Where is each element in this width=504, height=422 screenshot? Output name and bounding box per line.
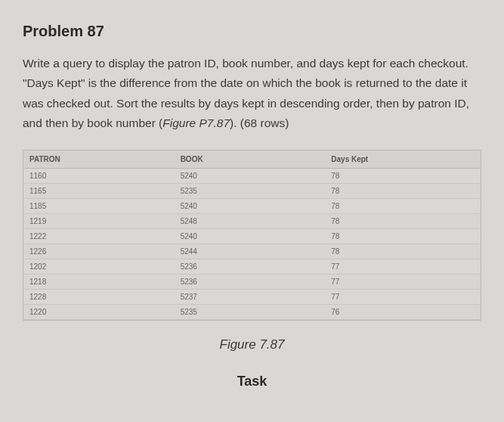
cell-book: 5236 [175,275,326,290]
cell-patron: 1185 [23,199,175,214]
table-row: 1228523777 [23,290,481,305]
cell-book: 5235 [175,305,326,320]
col-header-days: Days Kept [325,150,481,169]
cell-days: 78 [325,199,481,214]
cell-days: 78 [325,184,481,199]
cell-patron: 1160 [23,169,175,184]
table-header-row: PATRON BOOK Days Kept [23,150,481,169]
cell-days: 78 [325,214,481,229]
cell-days: 76 [325,305,481,320]
cell-book: 5235 [175,184,326,199]
cell-book: 5240 [175,229,326,244]
cell-patron: 1228 [23,290,175,305]
results-table-container: PATRON BOOK Days Kept 116052407811655235… [23,150,481,321]
table-row: 1202523677 [23,259,481,275]
figure-caption: Figure 7.87 [23,337,481,352]
cell-patron: 1202 [23,259,175,275]
col-header-patron: PATRON [23,150,175,169]
cell-days: 77 [325,259,481,275]
cell-book: 5240 [175,169,326,184]
table-row: 1165523578 [23,184,481,199]
table-row: 1222524078 [23,229,481,244]
table-row: 1219524878 [23,214,481,229]
col-header-book: BOOK [175,150,326,169]
cell-patron: 1218 [23,275,175,290]
cell-patron: 1226 [23,244,175,259]
cell-days: 77 [325,290,481,305]
task-heading: Task [23,374,481,389]
cell-book: 5240 [175,199,326,214]
cell-days: 78 [325,229,481,244]
table-row: 1220523576 [23,305,481,320]
cell-days: 78 [325,169,481,184]
description-post: ). (68 rows) [230,116,289,129]
cell-patron: 1220 [23,305,175,320]
problem-description: Write a query to display the patron ID, … [23,54,481,133]
cell-patron: 1219 [23,214,175,229]
problem-title: Problem 87 [23,23,481,40]
cell-book: 5244 [175,244,326,259]
table-row: 1226524478 [23,244,481,259]
cell-patron: 1222 [23,229,175,244]
cell-book: 5236 [175,259,326,275]
cell-days: 77 [325,275,481,290]
cell-book: 5237 [175,290,326,305]
table-row: 1160524078 [23,169,481,184]
cell-days: 78 [325,244,481,259]
figure-ref: Figure P7.87 [162,116,230,129]
table-row: 1185524078 [23,199,481,214]
table-row: 1218523677 [23,275,481,290]
cell-patron: 1165 [23,184,175,199]
cell-book: 5248 [175,214,326,229]
results-table: PATRON BOOK Days Kept 116052407811655235… [23,150,481,320]
